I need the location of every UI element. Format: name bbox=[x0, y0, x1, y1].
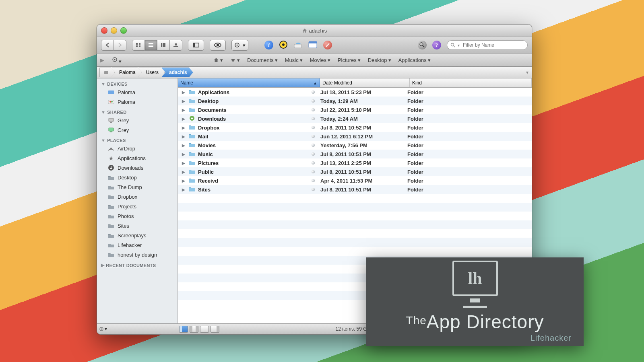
sidebar-item-dropbox[interactable]: Dropbox bbox=[97, 192, 178, 202]
favorites-gear[interactable]: ▾ bbox=[111, 56, 122, 64]
disclosure-icon[interactable]: ▶ bbox=[181, 99, 186, 103]
file-row[interactable]: ▶MoviesYesterday, 7:56 PMFolder bbox=[178, 141, 532, 150]
action-button[interactable]: ▾ bbox=[231, 40, 248, 51]
file-row[interactable]: ▶MailJun 12, 2011 6:12 PMFolder bbox=[178, 132, 532, 141]
file-row[interactable]: ▶DocumentsJul 22, 2011 5:10 PMFolder bbox=[178, 105, 532, 114]
sidebar-item-lifehacker[interactable]: Lifehacker bbox=[97, 240, 178, 250]
quicklook-button[interactable] bbox=[210, 40, 226, 51]
disclosure-icon[interactable]: ▶ bbox=[181, 187, 186, 192]
file-row[interactable]: ▶PicturesJul 13, 2011 2:25 PMFolder bbox=[178, 158, 532, 167]
fav-music[interactable]: Music▾ bbox=[285, 57, 303, 63]
fav-home[interactable]: ▾ bbox=[213, 57, 223, 63]
sidebar-item-photos[interactable]: Photos bbox=[97, 211, 178, 221]
path-menu[interactable]: ▾ bbox=[523, 70, 532, 75]
info-button[interactable]: i bbox=[264, 41, 273, 49]
file-row[interactable]: ▶MusicJul 8, 2011 10:51 PMFolder bbox=[178, 150, 532, 158]
sidebar-section-devices[interactable]: ▼DEVICES bbox=[97, 78, 178, 87]
fav-movies[interactable]: Movies▾ bbox=[310, 57, 330, 63]
file-row[interactable]: ▶ApplicationsJul 18, 2011 5:23 PMFolder bbox=[178, 88, 532, 97]
search-button[interactable] bbox=[418, 41, 427, 49]
delete-button[interactable] bbox=[323, 41, 332, 49]
file-row[interactable] bbox=[178, 194, 532, 203]
sidebar-item-sites[interactable]: Sites bbox=[97, 221, 178, 230]
disclosure-icon[interactable]: ▶ bbox=[181, 170, 186, 174]
sidebar-width-icons[interactable] bbox=[179, 326, 223, 333]
file-row[interactable]: ▶PublicJul 8, 2011 10:51 PMFolder bbox=[178, 167, 532, 176]
view-columns-button[interactable] bbox=[157, 40, 170, 51]
disclosure-icon[interactable]: ▶ bbox=[181, 108, 186, 112]
file-row[interactable] bbox=[178, 212, 532, 220]
window-button[interactable] bbox=[308, 41, 318, 50]
fav-heart[interactable]: ▾ bbox=[230, 57, 240, 63]
search-input[interactable] bbox=[462, 42, 524, 48]
fav-pictures[interactable]: Pictures▾ bbox=[338, 57, 361, 63]
eject-icon[interactable] bbox=[312, 135, 315, 138]
file-row[interactable] bbox=[178, 247, 532, 256]
path-crumb-2[interactable]: adachis bbox=[161, 68, 193, 77]
fav-desktop[interactable]: Desktop▾ bbox=[368, 57, 391, 63]
arrange-button[interactable] bbox=[188, 40, 204, 51]
eject-icon[interactable] bbox=[312, 188, 315, 191]
sidebar-section-shared[interactable]: ▼SHARED bbox=[97, 107, 178, 115]
status-gear[interactable]: ▾ bbox=[97, 326, 109, 332]
file-row[interactable]: ▶SitesJul 8, 2011 10:51 PMFolder bbox=[178, 185, 532, 194]
file-row[interactable]: ▶ReceivdApr 4, 2011 11:53 PMFolder bbox=[178, 176, 532, 185]
forward-button[interactable] bbox=[114, 40, 126, 51]
eject-icon[interactable] bbox=[312, 90, 315, 94]
eject-icon[interactable] bbox=[312, 99, 315, 103]
file-row[interactable]: ▶DropboxJul 8, 2011 10:52 PMFolder bbox=[178, 123, 532, 132]
file-row[interactable] bbox=[178, 203, 532, 212]
column-date[interactable]: Date Modified bbox=[320, 78, 410, 87]
back-button[interactable] bbox=[101, 40, 114, 51]
titlebar[interactable]: adachis bbox=[97, 25, 532, 37]
sidebar-item-applications[interactable]: Applications bbox=[97, 153, 178, 163]
disclosure-icon[interactable]: ▶ bbox=[181, 134, 186, 139]
eject-icon[interactable] bbox=[312, 117, 315, 120]
sidebar-item-screenplays[interactable]: Screenplays bbox=[97, 230, 178, 240]
eject-icon[interactable] bbox=[312, 170, 315, 173]
sidebar-item-airdrop[interactable]: AirDrop bbox=[97, 144, 178, 153]
disclosure-icon[interactable]: ▶ bbox=[181, 117, 186, 121]
fav-applications[interactable]: Applications▾ bbox=[398, 57, 431, 63]
column-kind[interactable]: Kind bbox=[410, 78, 532, 87]
disclosure-icon[interactable]: ▶ bbox=[181, 161, 186, 165]
sidebar-item-downloads[interactable]: Downloads bbox=[97, 163, 178, 173]
sidebar-section-recent documents[interactable]: ▶RECENT DOCUMENTS bbox=[97, 259, 178, 269]
disclosure-icon[interactable]: ▶ bbox=[181, 179, 186, 183]
eject-icon[interactable] bbox=[312, 108, 315, 111]
idisk-button[interactable] bbox=[293, 40, 302, 50]
path-crumb-1[interactable]: Users bbox=[138, 68, 165, 77]
sidebar-item-the dump[interactable]: The Dump bbox=[97, 182, 178, 192]
eject-icon[interactable] bbox=[312, 152, 315, 156]
view-list-button[interactable] bbox=[145, 40, 157, 51]
path-crumb-0[interactable]: Paloma bbox=[111, 68, 142, 77]
eject-icon[interactable] bbox=[312, 144, 315, 147]
path-root[interactable] bbox=[99, 68, 115, 77]
disclosure-icon[interactable]: ▶ bbox=[181, 152, 186, 156]
disclosure-icon[interactable]: ▶ bbox=[181, 90, 186, 95]
burn-button[interactable] bbox=[279, 40, 288, 50]
view-icons-button[interactable] bbox=[132, 40, 145, 51]
file-row[interactable] bbox=[178, 229, 532, 238]
file-row[interactable]: ▶DownloadsToday, 2:24 AMFolder bbox=[178, 114, 532, 123]
disclosure-icon[interactable]: ▶ bbox=[181, 143, 186, 148]
sidebar-item-paloma[interactable]: Paloma bbox=[97, 97, 178, 107]
sidebar-item-projects[interactable]: Projects bbox=[97, 202, 178, 211]
file-row[interactable] bbox=[178, 238, 532, 247]
eject-icon[interactable] bbox=[312, 126, 315, 129]
file-row[interactable]: ▶DesktopToday, 1:29 AMFolder bbox=[178, 97, 532, 105]
sidebar-item-grey[interactable]: Grey bbox=[97, 115, 178, 125]
eject-icon[interactable] bbox=[312, 161, 315, 165]
fav-documents[interactable]: Documents▾ bbox=[247, 57, 278, 63]
help-button[interactable]: ? bbox=[432, 41, 441, 49]
file-row[interactable] bbox=[178, 220, 532, 229]
sidebar-item-paloma[interactable]: Paloma bbox=[97, 87, 178, 97]
eject-icon[interactable] bbox=[312, 179, 315, 182]
sidebar-item-grey[interactable]: Grey bbox=[97, 125, 178, 135]
disclosure-icon[interactable]: ▶ bbox=[181, 125, 186, 130]
sidebar-item-desktop[interactable]: Desktop bbox=[97, 173, 178, 182]
sidebar-item-honest by design[interactable]: honest by design bbox=[97, 250, 178, 259]
sidebar-section-places[interactable]: ▼PLACES bbox=[97, 135, 178, 144]
view-coverflow-button[interactable] bbox=[170, 40, 182, 51]
column-name[interactable]: Name▲ bbox=[178, 78, 320, 87]
